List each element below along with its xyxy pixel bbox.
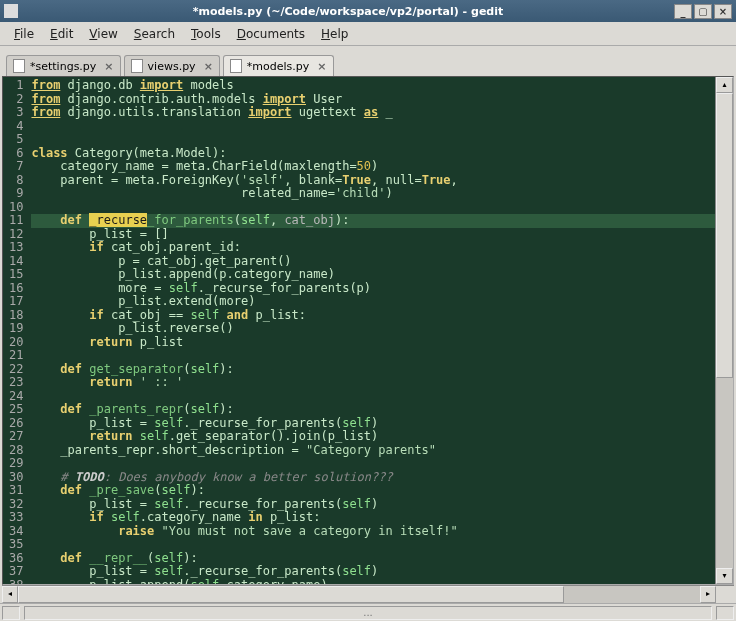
close-icon[interactable]: ×: [317, 60, 326, 73]
line-number: 34: [9, 525, 23, 539]
code-line[interactable]: def _parents_repr(self):: [31, 403, 715, 417]
document-icon: [230, 59, 242, 73]
code-line[interactable]: raise "You must not save a category in i…: [31, 525, 715, 539]
code-line[interactable]: p_list.extend(more): [31, 295, 715, 309]
scroll-up-button[interactable]: ▴: [716, 77, 733, 93]
code-line[interactable]: p_list.append(p.category_name): [31, 268, 715, 282]
status-left: [2, 606, 20, 620]
code-line[interactable]: if self.category_name in p_list:: [31, 511, 715, 525]
code-line[interactable]: [31, 457, 715, 471]
line-number: 35: [9, 538, 23, 552]
code-line[interactable]: category_name = meta.CharField(maxlength…: [31, 160, 715, 174]
code-line[interactable]: if cat_obj == self and p_list:: [31, 309, 715, 323]
code-line[interactable]: [31, 538, 715, 552]
close-icon[interactable]: ×: [104, 60, 113, 73]
statusbar: ...: [0, 603, 736, 621]
tab-settingspy[interactable]: *settings.py×: [6, 55, 121, 76]
code-line[interactable]: return ' :: ': [31, 376, 715, 390]
code-line[interactable]: from django.contrib.auth.models import U…: [31, 93, 715, 107]
code-line[interactable]: def _recurse_for_parents(self, cat_obj):: [31, 214, 715, 228]
code-line[interactable]: p_list = self._recurse_for_parents(self): [31, 498, 715, 512]
menu-help[interactable]: Help: [313, 25, 356, 43]
scroll-right-button[interactable]: ▸: [700, 586, 716, 603]
line-number: 4: [9, 120, 23, 134]
close-icon[interactable]: ×: [204, 60, 213, 73]
line-number: 17: [9, 295, 23, 309]
code-line[interactable]: if cat_obj.parent_id:: [31, 241, 715, 255]
code-line[interactable]: p_list.reverse(): [31, 322, 715, 336]
scroll-down-button[interactable]: ▾: [716, 568, 733, 584]
code-line[interactable]: _parents_repr.short_description = "Categ…: [31, 444, 715, 458]
maximize-button[interactable]: ▢: [694, 4, 712, 19]
menu-tools[interactable]: Tools: [183, 25, 229, 43]
horizontal-scrollbar[interactable]: ◂ ▸: [2, 585, 734, 603]
code-line[interactable]: [31, 390, 715, 404]
code-line[interactable]: p = cat_obj.get_parent(): [31, 255, 715, 269]
vertical-scrollbar[interactable]: ▴ ▾: [715, 77, 733, 584]
scroll-left-button[interactable]: ◂: [2, 586, 18, 603]
line-number: 5: [9, 133, 23, 147]
scroll-track-v[interactable]: [716, 93, 733, 568]
code-line[interactable]: p_list = self._recurse_for_parents(self): [31, 417, 715, 431]
scroll-track-h[interactable]: [18, 586, 700, 603]
code-line[interactable]: p_list = []: [31, 228, 715, 242]
line-number: 9: [9, 187, 23, 201]
code-editor[interactable]: 1234567891011121314151617181920212223242…: [3, 77, 715, 584]
line-number: 25: [9, 403, 23, 417]
tab-viewspy[interactable]: views.py×: [124, 55, 220, 76]
line-number: 8: [9, 174, 23, 188]
line-number: 16: [9, 282, 23, 296]
code-line[interactable]: def _pre_save(self):: [31, 484, 715, 498]
code-line[interactable]: def __repr__(self):: [31, 552, 715, 566]
code-line[interactable]: from django.utils.translation import uge…: [31, 106, 715, 120]
status-mid: ...: [24, 606, 712, 620]
code-line[interactable]: [31, 133, 715, 147]
line-number: 31: [9, 484, 23, 498]
tab-label: *models.py: [247, 60, 309, 73]
menu-view[interactable]: View: [81, 25, 125, 43]
line-number: 18: [9, 309, 23, 323]
line-number: 38: [9, 579, 23, 585]
tab-modelspy[interactable]: *models.py×: [223, 55, 334, 76]
line-number: 3: [9, 106, 23, 120]
line-number: 24: [9, 390, 23, 404]
app-icon: [4, 4, 18, 18]
code-line[interactable]: return self.get_separator().join(p_list): [31, 430, 715, 444]
code-line[interactable]: related_name='child'): [31, 187, 715, 201]
line-number: 6: [9, 147, 23, 161]
minimize-button[interactable]: _: [674, 4, 692, 19]
code-line[interactable]: from django.db import models: [31, 79, 715, 93]
line-number: 14: [9, 255, 23, 269]
menu-edit[interactable]: Edit: [42, 25, 81, 43]
line-number: 27: [9, 430, 23, 444]
code-line[interactable]: more = self._recurse_for_parents(p): [31, 282, 715, 296]
line-number: 11: [9, 214, 23, 228]
code-line[interactable]: [31, 349, 715, 363]
code-line[interactable]: [31, 201, 715, 215]
line-number: 33: [9, 511, 23, 525]
line-number: 30: [9, 471, 23, 485]
line-number: 29: [9, 457, 23, 471]
scroll-thumb-h[interactable]: [18, 586, 564, 603]
close-button[interactable]: ×: [714, 4, 732, 19]
code-line[interactable]: # TODO: Does anybody know a better solut…: [31, 471, 715, 485]
menu-file[interactable]: File: [6, 25, 42, 43]
line-number: 22: [9, 363, 23, 377]
menubar: FileEditViewSearchToolsDocumentsHelp: [0, 22, 736, 46]
menu-search[interactable]: Search: [126, 25, 183, 43]
line-number: 36: [9, 552, 23, 566]
menu-documents[interactable]: Documents: [229, 25, 313, 43]
status-right: [716, 606, 734, 620]
code-line[interactable]: p_list.append(self.category_name): [31, 579, 715, 585]
code-area[interactable]: from django.db import modelsfrom django.…: [27, 77, 715, 584]
code-line[interactable]: p_list = self._recurse_for_parents(self): [31, 565, 715, 579]
code-line[interactable]: class Category(meta.Model):: [31, 147, 715, 161]
code-line[interactable]: parent = meta.ForeignKey('self', blank=T…: [31, 174, 715, 188]
code-line[interactable]: [31, 120, 715, 134]
line-number: 10: [9, 201, 23, 215]
titlebar[interactable]: *models.py (~/Code/workspace/vp2/portal)…: [0, 0, 736, 22]
scroll-thumb-v[interactable]: [716, 93, 733, 378]
code-line[interactable]: def get_separator(self):: [31, 363, 715, 377]
code-line[interactable]: return p_list: [31, 336, 715, 350]
app-window: *models.py (~/Code/workspace/vp2/portal)…: [0, 0, 736, 621]
